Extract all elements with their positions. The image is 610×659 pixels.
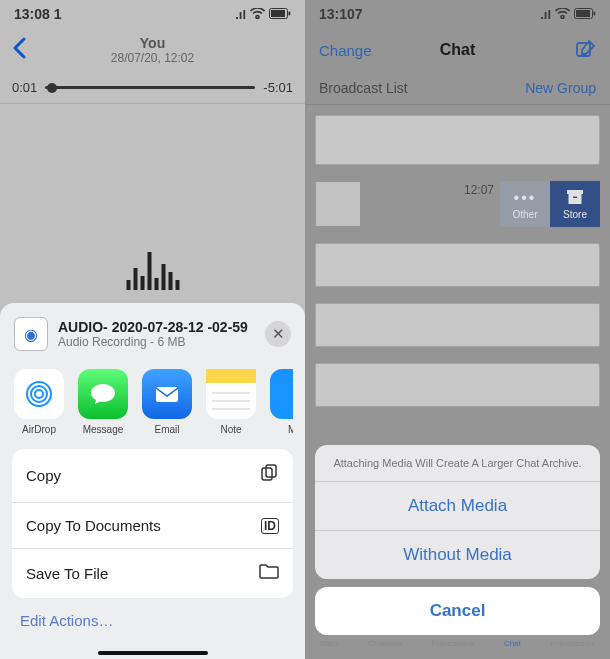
right-screenshot: 13:107 .ıl Change Chat Broadcast List Ne…	[305, 0, 610, 659]
svg-rect-19	[573, 196, 577, 198]
chat-row-swiped[interactable]: 12:07 ••• Other Store	[315, 181, 600, 227]
folder-icon	[259, 563, 279, 584]
close-button[interactable]: ✕	[265, 321, 291, 347]
action-list: Copy Copy To Documents ID Save To File	[12, 449, 293, 598]
broadcast-list-button[interactable]: Broadcast List	[319, 80, 408, 96]
signal-icon: .ıl	[540, 7, 551, 22]
status-bar: 13:107 .ıl	[305, 0, 610, 28]
tab-stato[interactable]: Stato	[320, 639, 339, 655]
svg-rect-6	[156, 387, 178, 402]
action-label: Save To File	[26, 565, 108, 582]
share-apps-row: AirDrop Message Email Note	[12, 361, 293, 449]
mail-app[interactable]: Email	[142, 369, 192, 435]
svg-rect-12	[266, 465, 276, 477]
swipe-other-button[interactable]: ••• Other	[500, 181, 550, 227]
status-bar: 13:08 1 .ıl	[0, 0, 305, 28]
without-media-button[interactable]: Without Media	[315, 531, 600, 579]
tab-chiamate[interactable]: Chiamate	[368, 639, 402, 655]
svg-point-4	[31, 386, 47, 402]
compose-button[interactable]	[576, 39, 596, 62]
chat-row[interactable]	[315, 243, 600, 287]
left-screenshot: 13:08 1 .ıl You 28/07/20, 12:02 0:01 -5:…	[0, 0, 305, 659]
audio-file-icon: ◉	[14, 317, 48, 351]
waveform	[126, 230, 179, 290]
svg-rect-7	[206, 369, 256, 383]
action-label: Copy To Documents	[26, 517, 161, 534]
messages-app[interactable]: Message	[78, 369, 128, 435]
wifi-icon	[555, 7, 570, 22]
airdrop-app[interactable]: AirDrop	[14, 369, 64, 435]
file-name: AUDIO- 2020-07-28-12 -02-59	[58, 319, 255, 335]
file-meta: Audio Recording - 6 MB	[58, 335, 255, 349]
chat-avatar	[315, 181, 361, 227]
tab-chat[interactable]: Chat	[504, 639, 521, 655]
tab-bar: Stato Chiamate Fotocamera Chat Impostazi…	[305, 639, 610, 659]
subheader-row: Broadcast List New Group	[305, 72, 610, 105]
edit-actions-button[interactable]: Edit Actions…	[12, 598, 293, 635]
archive-icon	[566, 189, 584, 207]
message-icon	[88, 379, 118, 409]
save-to-file-action[interactable]: Save To File	[12, 549, 293, 598]
app-label: Message	[83, 424, 124, 435]
status-time: 13:107	[319, 6, 363, 22]
svg-rect-17	[567, 190, 583, 194]
chat-row[interactable]	[315, 363, 600, 407]
new-group-button[interactable]: New Group	[525, 80, 596, 96]
svg-rect-2	[289, 11, 291, 15]
chat-meta: 12:07	[361, 181, 500, 227]
status-time: 13:08 1	[14, 6, 61, 22]
audio-player: 0:01 -5:01	[0, 72, 305, 104]
sheet-group: Attaching Media Will Create A Larger Cha…	[315, 445, 600, 579]
nav-title: Chat	[440, 41, 476, 59]
chat-row[interactable]	[315, 115, 600, 165]
file-info: AUDIO- 2020-07-28-12 -02-59 Audio Record…	[58, 319, 255, 349]
app-label: AirDrop	[22, 424, 56, 435]
elapsed-time: 0:01	[12, 80, 37, 95]
wifi-icon	[250, 7, 265, 22]
home-indicator[interactable]	[98, 651, 208, 655]
swipe-archive-button[interactable]: Store	[550, 181, 600, 227]
battery-icon	[269, 7, 291, 22]
note-icon	[206, 369, 256, 419]
battery-icon	[574, 7, 596, 22]
copy-to-documents-action[interactable]: Copy To Documents ID	[12, 503, 293, 549]
app-label: Me	[288, 424, 293, 435]
more-icon: •••	[514, 189, 537, 207]
sheet-description: Attaching Media Will Create A Larger Cha…	[315, 445, 600, 482]
status-indicators: .ıl	[540, 7, 596, 22]
cancel-button[interactable]: Cancel	[315, 587, 600, 635]
copy-action[interactable]: Copy	[12, 449, 293, 503]
remaining-time: -5:01	[263, 80, 293, 95]
nav-title-group: You 28/07/20, 12:02	[111, 35, 194, 65]
svg-rect-1	[271, 10, 285, 17]
svg-rect-11	[262, 468, 272, 480]
svg-rect-15	[594, 11, 596, 15]
seek-slider[interactable]	[45, 86, 255, 89]
attach-media-button[interactable]: Attach Media	[315, 482, 600, 531]
change-button[interactable]: Change	[319, 42, 372, 59]
mail-icon	[151, 378, 183, 410]
signal-icon: .ıl	[235, 7, 246, 22]
share-header: ◉ AUDIO- 2020-07-28-12 -02-59 Audio Reco…	[12, 313, 293, 361]
documents-icon: ID	[261, 518, 279, 534]
nav-bar: Change Chat	[305, 28, 610, 72]
more-app[interactable]: Me	[270, 369, 293, 435]
compose-icon	[576, 39, 596, 59]
nav-title: You	[111, 35, 194, 51]
svg-rect-14	[576, 10, 590, 17]
tab-impostazioni[interactable]: Impostazioni	[550, 639, 595, 655]
tab-fotocamera[interactable]: Fotocamera	[432, 639, 475, 655]
swipe-label: Other	[512, 209, 537, 220]
notes-app[interactable]: Note	[206, 369, 256, 435]
svg-point-3	[35, 390, 43, 398]
slider-thumb[interactable]	[47, 83, 57, 93]
chat-row[interactable]	[315, 303, 600, 347]
status-indicators: .ıl	[235, 7, 291, 22]
chat-list: 12:07 ••• Other Store	[305, 105, 610, 417]
copy-icon	[259, 463, 279, 488]
back-button[interactable]	[12, 35, 26, 66]
app-label: Email	[154, 424, 179, 435]
app-label: Note	[220, 424, 241, 435]
chat-timestamp: 12:07	[367, 183, 494, 197]
swipe-label: Store	[563, 209, 587, 220]
